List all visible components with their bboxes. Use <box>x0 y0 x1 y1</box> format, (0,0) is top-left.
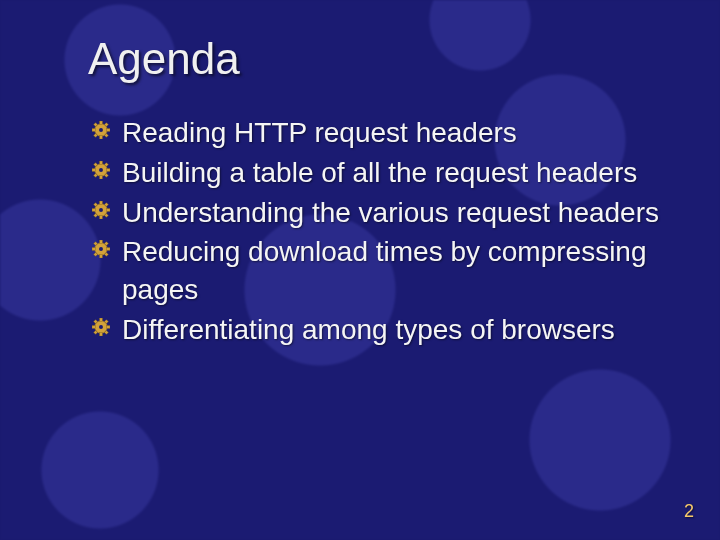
gear-bullet-icon <box>92 121 110 139</box>
svg-rect-41 <box>100 318 103 322</box>
svg-point-49 <box>99 325 103 329</box>
list-item: Understanding the various request header… <box>92 194 666 232</box>
svg-rect-21 <box>100 201 103 205</box>
gear-bullet-icon <box>92 318 110 336</box>
list-item: Reading HTTP request headers <box>92 114 666 152</box>
svg-rect-33 <box>92 248 96 251</box>
svg-rect-43 <box>92 326 96 329</box>
slide-content: Agenda <box>0 0 720 540</box>
svg-point-9 <box>99 128 103 132</box>
svg-rect-23 <box>92 208 96 211</box>
svg-rect-42 <box>100 332 103 336</box>
svg-rect-2 <box>100 135 103 139</box>
svg-rect-12 <box>100 175 103 179</box>
svg-rect-11 <box>100 161 103 165</box>
svg-rect-24 <box>106 208 110 211</box>
svg-rect-14 <box>106 168 110 171</box>
bullet-text: Reading HTTP request headers <box>122 117 517 148</box>
gear-bullet-icon <box>92 240 110 258</box>
bullet-text: Building a table of all the request head… <box>122 157 637 188</box>
list-item: Differentiating among types of browsers <box>92 311 666 349</box>
svg-point-29 <box>99 208 103 212</box>
svg-rect-1 <box>100 121 103 125</box>
slide-title: Agenda <box>88 34 666 84</box>
svg-point-39 <box>99 247 103 251</box>
bullet-text: Understanding the various request header… <box>122 197 659 228</box>
gear-bullet-icon <box>92 161 110 179</box>
svg-rect-3 <box>92 129 96 132</box>
svg-rect-22 <box>100 215 103 219</box>
list-item: Building a table of all the request head… <box>92 154 666 192</box>
bullet-text: Reducing download times by compressing p… <box>122 236 647 305</box>
svg-rect-44 <box>106 326 110 329</box>
svg-rect-32 <box>100 255 103 259</box>
gear-bullet-icon <box>92 201 110 219</box>
bullet-text: Differentiating among types of browsers <box>122 314 615 345</box>
svg-point-19 <box>99 168 103 172</box>
svg-rect-34 <box>106 248 110 251</box>
svg-rect-31 <box>100 240 103 244</box>
list-item: Reducing download times by compressing p… <box>92 233 666 309</box>
bullet-list: Reading HTTP request headers <box>92 114 666 349</box>
svg-rect-13 <box>92 168 96 171</box>
page-number: 2 <box>684 501 694 522</box>
svg-rect-4 <box>106 129 110 132</box>
